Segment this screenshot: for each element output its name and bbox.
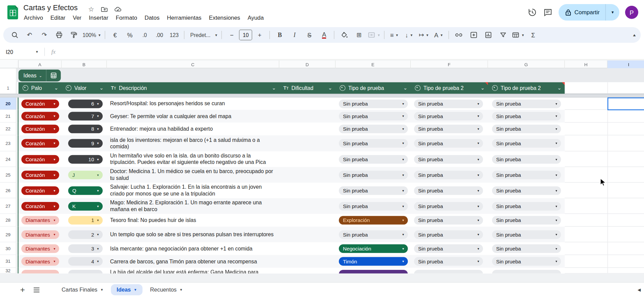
tipo-de-prueba-2b-chip[interactable]: Sin prueba▼ (492, 99, 561, 108)
palo-chip[interactable]: Diamantes▼ (21, 257, 59, 265)
text-rotation-button[interactable]: A▼ (431, 29, 446, 41)
strikethrough-button[interactable]: S (302, 29, 317, 41)
sheet-tab-ideas[interactable]: Ideas▼ (111, 284, 143, 295)
menu-editar[interactable]: Editar (47, 14, 69, 23)
tipo-de-prueba-2-chip[interactable]: Sin prueba▼ (414, 112, 483, 120)
empty-header-cells-hi[interactable] (565, 82, 644, 94)
palo-chip[interactable]: Corazón▼ (21, 186, 59, 195)
chip-dropdown-icon[interactable]: ▼ (97, 173, 99, 176)
chip-dropdown-icon[interactable]: ▼ (53, 205, 56, 207)
row-header-20[interactable]: 20 (0, 97, 16, 110)
header-menu-chevron-icon[interactable]: ⌄ (403, 85, 407, 91)
chip-dropdown-icon[interactable]: ▼ (555, 233, 558, 236)
cell-descripcion[interactable]: Isla mercante: gana negociación para obt… (110, 242, 277, 255)
palo-chip[interactable]: Corazón▼ (21, 112, 59, 120)
chip-dropdown-icon[interactable]: ▼ (402, 158, 404, 161)
cell-descripcion[interactable]: Carrera de barcos, gana Timón para obten… (110, 255, 277, 268)
cell-descripcion[interactable]: Salvaje: Lucha 1. Exploración 1. En la i… (110, 183, 277, 198)
chip-dropdown-icon[interactable]: ▼ (402, 260, 404, 263)
row-header-27[interactable]: 27 (0, 198, 16, 214)
sheet-tab-menu-icon[interactable]: ▼ (134, 288, 137, 292)
tipo-de-prueba-chip[interactable]: Sin prueba▼ (339, 202, 408, 210)
valor-chip[interactable]: 7▼ (68, 112, 103, 120)
sheet-tab-menu-icon[interactable]: ▼ (179, 288, 183, 292)
palo-chip[interactable]: Diamantes▼ (21, 244, 59, 253)
row-header-26[interactable]: 26 (0, 183, 16, 198)
tipo-de-prueba-chip[interactable]: Sin prueba▼ (339, 125, 408, 133)
search-icon[interactable] (7, 29, 22, 41)
name-box-dropdown-icon[interactable]: ▼ (35, 50, 39, 54)
tipo-de-prueba-2b-chip[interactable]: Sin prueba▼ (492, 112, 561, 120)
chip-dropdown-icon[interactable]: ▼ (402, 219, 404, 222)
cell-descripcion[interactable]: Doctor: Medicina 1. Un médico se cuela e… (110, 167, 277, 183)
column-header-I[interactable]: I (607, 60, 644, 68)
cell-dificultad[interactable] (283, 97, 333, 110)
chip-dropdown-icon[interactable]: ▼ (477, 142, 480, 145)
palo-chip[interactable]: Diamantes▼ (21, 230, 59, 239)
history-icon[interactable] (527, 7, 537, 17)
tipo-de-prueba-chip[interactable]: Sin prueba▼ (339, 171, 408, 179)
tipo-de-prueba-chip[interactable]: Sin prueba▼ (339, 155, 408, 164)
share-dropdown[interactable]: ▼ (605, 4, 619, 20)
tipo-de-prueba-chip[interactable]: Negociación▼ (339, 244, 408, 253)
chip-dropdown-icon[interactable]: ▼ (402, 189, 404, 192)
tipo-de-prueba-2-chip[interactable]: Sin prueba▼ (414, 139, 483, 148)
tipo-de-prueba-2-chip[interactable]: Sin prueba▼ (414, 202, 483, 210)
chip-dropdown-icon[interactable]: ▼ (477, 128, 480, 130)
column-header-H[interactable]: H (565, 60, 607, 68)
table-name-dropdown-icon[interactable]: ⌄ (39, 73, 46, 77)
tipo-de-prueba-chip[interactable]: ▼ (339, 270, 408, 274)
palo-chip[interactable]: Corazón▼ (21, 202, 59, 210)
share-button-main[interactable]: Compartir (558, 9, 605, 16)
header-menu-chevron-icon[interactable]: ⌄ (481, 85, 485, 91)
row-header-25[interactable]: 25 (0, 167, 16, 183)
menu-datos[interactable]: Datos (141, 14, 163, 23)
tipo-de-prueba-2-chip[interactable]: ▼ (414, 270, 483, 274)
menu-insertar[interactable]: Insertar (85, 14, 112, 23)
tipo-de-prueba-2-chip[interactable]: Sin prueba▼ (414, 155, 483, 164)
header-menu-chevron-icon[interactable]: ⌄ (328, 85, 332, 91)
header-menu-chevron-icon[interactable]: ⌄ (54, 85, 58, 91)
all-sheets-icon[interactable] (29, 283, 43, 296)
undo-icon[interactable]: ↶ (22, 29, 37, 41)
menu-archivo[interactable]: Archivo (20, 14, 46, 23)
insert-chart-icon[interactable] (481, 29, 496, 41)
chip-dropdown-icon[interactable]: ▼ (53, 158, 56, 161)
chip-dropdown-icon[interactable]: ▼ (97, 115, 99, 117)
collapse-toolbar-icon[interactable]: ▲ (632, 33, 637, 37)
valor-chip[interactable]: 6▼ (68, 99, 103, 108)
row-header-24[interactable]: 24 (0, 151, 16, 167)
table-header-B[interactable]: Valor⌄ (62, 82, 107, 94)
chip-dropdown-icon[interactable]: ▼ (555, 142, 558, 145)
chip-dropdown-icon[interactable]: ▼ (555, 189, 558, 192)
tipo-de-prueba-chip[interactable]: Sin prueba▼ (339, 112, 408, 120)
chip-dropdown-icon[interactable]: ▼ (53, 128, 56, 130)
cell-descripcion[interactable]: La hija del alcalde del lugar está enfer… (110, 268, 277, 274)
cell-dificultad[interactable] (283, 227, 333, 242)
tipo-de-prueba-2b-chip[interactable]: Sin prueba▼ (492, 230, 561, 239)
chip-dropdown-icon[interactable]: ▼ (97, 205, 99, 207)
scroll-tabs-icon[interactable]: ◀ (638, 287, 641, 292)
chip-dropdown-icon[interactable]: ▼ (402, 247, 404, 250)
chip-dropdown-icon[interactable]: ▼ (402, 205, 404, 207)
fill-color-button[interactable] (337, 29, 352, 41)
move-folder-icon[interactable] (101, 6, 108, 13)
chip-dropdown-icon[interactable]: ▼ (402, 128, 404, 130)
valor-chip[interactable]: Q▼ (68, 186, 103, 195)
sheets-logo-icon[interactable] (7, 5, 18, 19)
font-size-input[interactable]: 10 (239, 30, 253, 40)
frozen-row-separator[interactable] (0, 94, 644, 97)
chip-dropdown-icon[interactable]: ▼ (555, 115, 558, 117)
header-menu-chevron-icon[interactable]: ⌄ (272, 85, 276, 91)
empty-cells-hi[interactable] (565, 268, 644, 274)
borders-button[interactable]: ⊞ (352, 29, 367, 41)
redo-icon[interactable]: ↷ (37, 29, 52, 41)
tipo-de-prueba-2b-chip[interactable]: Sin prueba▼ (492, 257, 561, 265)
sheet-tab-menu-icon[interactable]: ▼ (100, 288, 104, 292)
chip-dropdown-icon[interactable]: ▼ (53, 115, 56, 117)
row-header-29[interactable]: 29 (0, 227, 16, 242)
cell-descripcion[interactable]: Entrenador: mejora una habilidad a exper… (110, 123, 277, 135)
column-header-G[interactable]: G (488, 60, 565, 68)
valor-chip[interactable]: 4▼ (68, 257, 103, 265)
add-sheet-button[interactable]: + (16, 283, 29, 296)
